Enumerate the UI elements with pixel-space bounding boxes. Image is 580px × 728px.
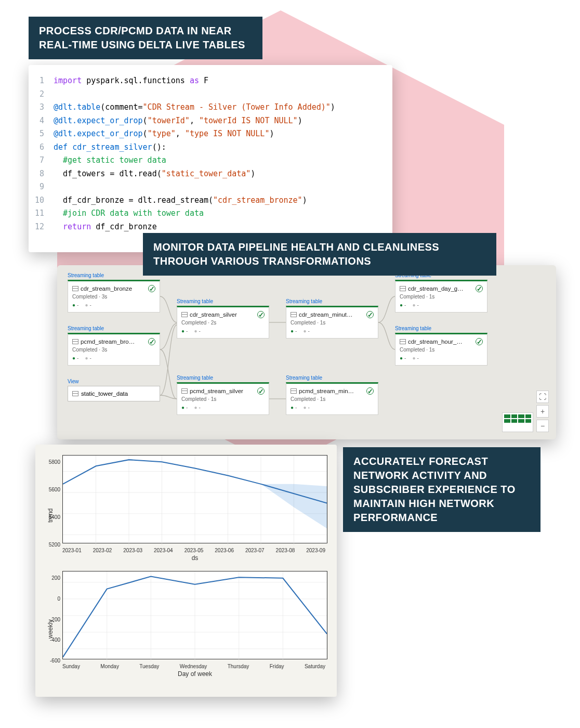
chart2-xlabel: Day of week xyxy=(62,670,327,678)
table-icon xyxy=(291,388,297,394)
code-line: 1import pyspark.sql.functions as F xyxy=(29,74,392,88)
graph-toolbar: ⛶ + − xyxy=(502,391,549,432)
trend-chart xyxy=(62,455,327,543)
node-meta: Completed · 3s xyxy=(72,294,155,300)
pipeline-node[interactable]: pcmd_stream_min…✓Completed · 1s-- xyxy=(286,382,378,415)
x-tick: Saturday xyxy=(305,664,325,669)
check-icon: ✓ xyxy=(257,387,265,395)
pipeline-node[interactable]: cdr_stream_day_g…✓Completed · 1s-- xyxy=(395,280,487,313)
x-tick: 2023-05 xyxy=(184,548,204,553)
zoom-in-button[interactable]: + xyxy=(536,405,549,418)
node-type-label: View xyxy=(68,379,79,384)
code-line: 11 #join CDR data with tower data xyxy=(29,207,392,220)
y-tick: 5400 xyxy=(45,514,60,520)
node-meta: Completed · 1s xyxy=(291,396,374,402)
check-icon: ✓ xyxy=(366,387,374,395)
x-tick: Tuesday xyxy=(139,664,159,669)
node-type-label: Streaming table xyxy=(177,298,213,304)
node-title: static_tower_data xyxy=(81,391,128,397)
pipeline-node[interactable]: cdr_stream_minut…✓Completed · 1s-- xyxy=(286,306,378,339)
check-icon: ✓ xyxy=(148,338,155,345)
check-icon: ✓ xyxy=(257,311,265,318)
table-icon xyxy=(72,391,78,396)
x-tick: 2023-08 xyxy=(276,548,295,553)
node-title: cdr_stream_minut… xyxy=(299,311,353,318)
node-type-label: Streaming table xyxy=(286,375,322,381)
check-icon: ✓ xyxy=(148,285,155,292)
node-title: pcmd_stream_silver xyxy=(190,388,243,394)
x-tick: Friday xyxy=(270,664,284,669)
y-tick: -200 xyxy=(45,617,60,622)
pipeline-node[interactable]: pcmd_stream_bro…✓Completed · 3s-- xyxy=(68,333,160,366)
code-line: 9 xyxy=(29,180,392,194)
table-icon xyxy=(181,312,188,317)
forecast-charts-panel: trend 5800560054005200 2023-012023-02202… xyxy=(35,445,337,697)
node-meta: Completed · 3s xyxy=(72,347,155,353)
x-tick: Sunday xyxy=(62,664,80,669)
zoom-out-button[interactable]: − xyxy=(536,420,549,432)
x-tick: Thursday xyxy=(228,664,249,669)
y-tick: 0 xyxy=(45,596,60,602)
y-tick: -600 xyxy=(45,658,60,664)
y-tick: 200 xyxy=(45,575,60,581)
node-title: pcmd_stream_bro… xyxy=(81,339,135,345)
pipeline-node[interactable]: pcmd_stream_silver✓Completed · 1s-- xyxy=(177,382,269,415)
x-tick: 2023-02 xyxy=(93,548,112,553)
check-icon: ✓ xyxy=(476,338,483,345)
table-icon xyxy=(400,286,406,291)
node-type-label: Streaming table xyxy=(68,326,104,331)
node-meta: Completed · 1s xyxy=(400,294,483,300)
code-line: 12 return df_cdr_bronze xyxy=(29,220,392,234)
node-title: pcmd_stream_min… xyxy=(299,388,354,394)
y-tick: 5200 xyxy=(45,542,60,548)
x-tick: 2023-06 xyxy=(215,548,234,553)
x-tick: 2023-09 xyxy=(306,548,325,553)
y-tick: -400 xyxy=(45,637,60,643)
callout-2: MONITOR DATA PIPELINE HEALTH AND CLEANLI… xyxy=(143,233,496,276)
table-icon xyxy=(291,312,297,317)
code-editor-panel: 1import pyspark.sql.functions as F23@dlt… xyxy=(29,65,392,252)
table-icon xyxy=(72,286,78,291)
code-line: 8 df_towers = dlt.read("static_tower_dat… xyxy=(29,167,392,181)
x-tick: 2023-04 xyxy=(154,548,173,553)
code-line: 2 xyxy=(29,88,392,101)
node-meta: Completed · 1s xyxy=(291,320,374,326)
node-title: cdr_stream_bronze xyxy=(81,285,132,292)
node-title: cdr_stream_hour_… xyxy=(408,339,463,345)
x-tick: 2023-01 xyxy=(62,548,82,553)
x-tick: 2023-03 xyxy=(123,548,142,553)
minimap[interactable] xyxy=(502,412,533,432)
code-line: 10 df_cdr_bronze = dlt.read_stream("cdr_… xyxy=(29,194,392,207)
pipeline-graph-panel[interactable]: Streaming tablecdr_stream_bronze✓Complet… xyxy=(57,265,556,439)
check-icon: ✓ xyxy=(366,311,374,318)
code-line: 4@dlt.expect_or_drop("towerId", "towerId… xyxy=(29,114,392,128)
node-type-label: Streaming table xyxy=(177,375,213,381)
node-type-label: Streaming table xyxy=(395,326,431,331)
node-title: cdr_stream_day_g… xyxy=(408,285,464,292)
node-meta: Completed · 1s xyxy=(181,396,265,402)
fullscreen-button[interactable]: ⛶ xyxy=(536,391,549,403)
x-tick: 2023-07 xyxy=(245,548,265,553)
x-tick: Wednesday xyxy=(180,664,207,669)
table-icon xyxy=(400,339,406,344)
node-type-label: Streaming table xyxy=(68,272,104,278)
table-icon xyxy=(72,339,78,344)
y-tick: 5600 xyxy=(45,487,60,492)
pipeline-node[interactable]: cdr_stream_hour_…✓Completed · 1s-- xyxy=(395,333,487,366)
check-icon: ✓ xyxy=(476,285,483,292)
code-line: 5@dlt.expect_or_drop("type", "type IS NO… xyxy=(29,127,392,141)
callout-3: ACCURATELY FORECAST NETWORK ACTIVITY AND… xyxy=(343,447,541,532)
chart1-xlabel: ds xyxy=(62,554,327,562)
pipeline-node[interactable]: cdr_stream_silver✓Completed · 2s-- xyxy=(177,306,269,339)
node-title: cdr_stream_silver xyxy=(190,311,237,318)
y-tick: 5800 xyxy=(45,459,60,465)
node-meta: Completed · 1s xyxy=(400,347,483,353)
weekly-chart xyxy=(62,571,327,659)
pipeline-view-node[interactable]: static_tower_data xyxy=(68,386,160,401)
code-line: 3@dlt.table(comment="CDR Stream - Silver… xyxy=(29,101,392,114)
pipeline-node[interactable]: cdr_stream_bronze✓Completed · 3s-- xyxy=(68,280,160,313)
node-type-label: Streaming table xyxy=(286,298,322,304)
code-line: 7 #get static tower data xyxy=(29,154,392,167)
x-tick: Monday xyxy=(100,664,119,669)
node-meta: Completed · 2s xyxy=(181,320,265,326)
